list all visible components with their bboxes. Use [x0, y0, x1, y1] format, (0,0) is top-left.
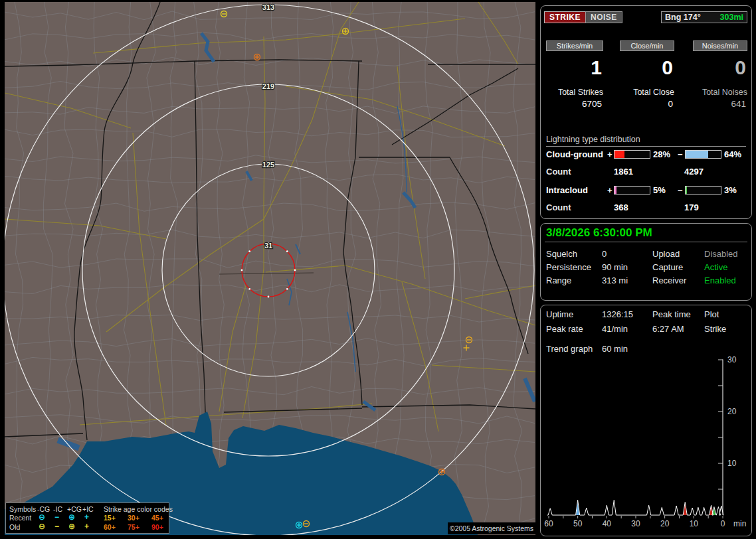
range-value: 313 mi — [602, 275, 628, 285]
close-per-min-chip[interactable]: Close/min — [620, 40, 674, 51]
receiver-label: Receiver — [652, 275, 686, 285]
range-ring-label: 219 — [262, 82, 274, 90]
intracloud-count-row: Count 368 179 — [541, 202, 751, 212]
legend-age-code: 15+ — [104, 514, 116, 522]
legend-symbol-icon: ⊖ — [39, 512, 45, 522]
plot-mode-value: Strike — [704, 324, 726, 334]
ic-negative-pct: 3% — [724, 185, 737, 195]
plot-label: Plot — [704, 309, 719, 319]
cg-positive-count: 1861 — [614, 167, 633, 177]
cg-negative-bar — [685, 150, 721, 159]
total-noises-value: 641 — [693, 99, 747, 109]
bearing-value: Bng 174° — [665, 12, 701, 23]
ic-positive-count: 368 — [614, 202, 628, 212]
total-strikes-label: Total Strikes — [546, 88, 603, 97]
strike-stats-panel: STRIKE NOISE Bng 174° 303mi Strikes/min … — [540, 5, 752, 219]
legend-symbol-icon: + — [84, 522, 89, 531]
peak-rate-label: Peak rate — [546, 324, 583, 334]
status-row: Range 313 mi Receiver Enabled — [541, 275, 751, 286]
symbols-legend: Symbols-CG-IC+CG+ICStrike age color code… — [5, 502, 169, 534]
svg-text:10: 10 — [690, 519, 699, 528]
cloud-ground-count-row: Count 1861 4297 — [541, 167, 751, 177]
cg-positive-pct: 28% — [653, 149, 670, 159]
cg-negative-pct: 64% — [724, 149, 741, 159]
legend-symbol-icon: ⊕ — [68, 512, 75, 522]
legend-age-code: 45+ — [151, 514, 163, 522]
svg-text:20: 20 — [660, 519, 670, 528]
noises-column: Noises/min 0 Total Noises 641 — [693, 40, 747, 109]
cg-negative-count: 4297 — [684, 167, 704, 177]
receiver-state: Enabled — [704, 275, 736, 285]
close-per-min-value: 0 — [620, 56, 674, 79]
close-column: Close/min 0 Total Close 0 — [620, 40, 674, 109]
intracloud-label: Intracloud — [546, 185, 588, 195]
persistence-value: 90 min — [602, 262, 628, 272]
range-label: Range — [546, 275, 571, 285]
svg-text:10: 10 — [727, 459, 737, 468]
legend-symbol-icon: + — [84, 512, 89, 522]
noise-button[interactable]: NOISE — [585, 11, 622, 23]
capture-label: Capture — [652, 262, 683, 272]
upload-label: Upload — [652, 249, 680, 259]
lightning-map[interactable]: 31321912531 Symbols-CG-IC+CG+ICStrike ag… — [5, 2, 535, 535]
persistence-label: Persistence — [546, 262, 591, 272]
noises-per-min-chip[interactable]: Noises/min — [693, 40, 747, 51]
minus-sign: − — [678, 149, 683, 159]
minus-sign: − — [678, 185, 683, 195]
trend-graph-window: 60 min — [602, 344, 628, 354]
strikes-per-min-value: 1 — [546, 56, 603, 79]
range-ring-label: 31 — [264, 242, 272, 250]
plus-sign: + — [607, 149, 613, 159]
total-strikes-value: 6705 — [546, 99, 603, 109]
upload-state: Disabled — [704, 249, 738, 259]
range-ring-label: 125 — [262, 161, 274, 169]
total-close-label: Total Close — [620, 88, 674, 97]
strike-button[interactable]: STRIKE — [544, 11, 586, 23]
legend-symbol-icon: ⊖ — [39, 522, 45, 531]
svg-text:50: 50 — [573, 519, 583, 528]
trend-graph-label: Trend graph — [546, 344, 593, 354]
cloud-ground-label: Cloud-ground — [546, 149, 603, 159]
status-panel: 3/8/2026 6:30:00 PM Squelch 0 Upload Dis… — [540, 223, 752, 301]
ic-negative-count: 179 — [684, 202, 699, 212]
svg-text:0: 0 — [721, 519, 725, 528]
count-label: Count — [546, 167, 571, 177]
capture-state: Active — [704, 262, 727, 272]
legend-header: Strike age color codes — [104, 505, 173, 513]
ic-positive-bar — [614, 186, 650, 194]
strikes-column: Strikes/min 1 Total Strikes 6705 — [546, 40, 603, 109]
legend-age-code: 60+ — [104, 523, 116, 531]
svg-text:40: 40 — [603, 519, 612, 528]
cloud-ground-row: Cloud-ground + 28% − 64% — [541, 149, 751, 159]
datetime-display: 3/8/2026 6:30:00 PM — [546, 226, 652, 240]
legend-header: Symbols — [9, 505, 36, 513]
total-noises-label: Total Noises — [693, 88, 747, 97]
uptime-value: 1326:15 — [602, 309, 633, 319]
legend-row-label: Recent — [9, 514, 31, 522]
svg-text:30: 30 — [727, 356, 737, 364]
status-row: Persistence 90 min Capture Active — [541, 262, 751, 273]
stats-row: Uptime 1326:15 Peak time Plot — [541, 309, 751, 320]
noises-per-min-value: 0 — [693, 56, 747, 79]
svg-text:min: min — [733, 519, 746, 528]
svg-text:20: 20 — [727, 407, 737, 416]
map-canvas: 31321912531 — [5, 2, 535, 535]
peak-time-value: 6:27 AM — [652, 324, 684, 334]
legend-age-code: 30+ — [128, 514, 140, 522]
copyright: ©2005 Astrogenic Systems — [448, 522, 535, 534]
plus-sign: + — [607, 185, 613, 195]
legend-symbol-icon: − — [54, 522, 59, 531]
squelch-label: Squelch — [546, 249, 577, 259]
peak-rate-value: 41/min — [602, 324, 628, 334]
count-label: Count — [546, 202, 571, 212]
strikes-per-min-chip[interactable]: Strikes/min — [546, 40, 603, 51]
ic-negative-bar — [685, 186, 721, 194]
legend-age-code: 90+ — [151, 523, 163, 531]
legend-symbol-icon: − — [54, 512, 59, 522]
ic-positive-pct: 5% — [653, 185, 666, 195]
total-close-value: 0 — [620, 99, 674, 109]
distance-value: 303mi — [720, 12, 743, 23]
stats-row: Peak rate 41/min 6:27 AM Strike — [541, 324, 751, 335]
trend-panel: Uptime 1326:15 Peak time Plot Peak rate … — [540, 305, 752, 536]
trend-graph: 3020106050403020100min — [542, 356, 751, 535]
